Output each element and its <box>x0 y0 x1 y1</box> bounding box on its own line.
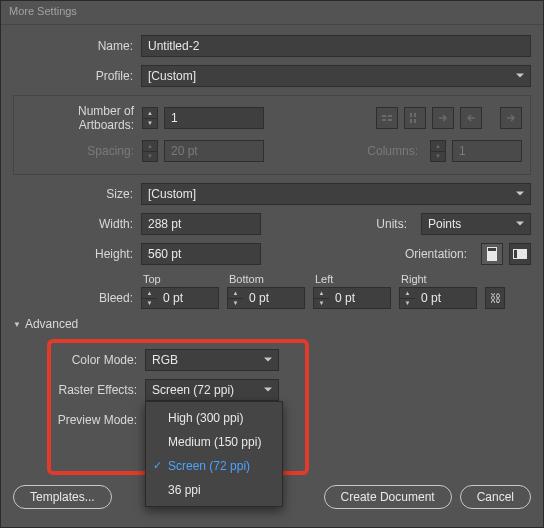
bleed-top-input[interactable] <box>157 287 219 309</box>
raster-option-screen[interactable]: Screen (72 ppi) <box>146 454 282 478</box>
bleed-left-label: Left <box>313 273 393 285</box>
window-title: More Settings <box>9 5 77 17</box>
raster-effects-select[interactable]: Screen (72 ppi) <box>145 379 279 401</box>
grid-by-row-icon <box>376 107 398 129</box>
bleed-top-stepper[interactable]: ▲▼ <box>141 287 157 309</box>
artboards-count-stepper[interactable]: ▲▼ <box>142 107 158 129</box>
preview-mode-label: Preview Mode: <box>51 413 145 427</box>
width-input[interactable] <box>141 213 261 235</box>
bleed-left-input[interactable] <box>329 287 391 309</box>
bleed-bottom-label: Bottom <box>227 273 307 285</box>
name-input[interactable] <box>141 35 531 57</box>
artboards-count-label: Number of Artboards: <box>22 104 142 132</box>
orientation-landscape-button[interactable] <box>509 243 531 265</box>
raster-option-medium[interactable]: Medium (150 ppi) <box>146 430 282 454</box>
portrait-icon <box>487 247 497 261</box>
name-label: Name: <box>13 39 141 53</box>
height-input[interactable] <box>141 243 261 265</box>
height-label: Height: <box>13 247 141 261</box>
units-select[interactable]: Points <box>421 213 531 235</box>
spacing-input <box>164 140 264 162</box>
size-label: Size: <box>13 187 141 201</box>
width-label: Width: <box>13 217 141 231</box>
columns-input <box>452 140 522 162</box>
bleed-bottom-stepper[interactable]: ▲▼ <box>227 287 243 309</box>
raster-option-high[interactable]: High (300 ppi) <box>146 406 282 430</box>
bleed-left-stepper[interactable]: ▲▼ <box>313 287 329 309</box>
advanced-section-toggle[interactable]: Advanced <box>13 317 531 331</box>
bleed-right-input[interactable] <box>415 287 477 309</box>
arrange-right2-icon <box>500 107 522 129</box>
grid-by-col-icon <box>404 107 426 129</box>
columns-stepper: ▲▼ <box>430 140 446 162</box>
columns-label: Columns: <box>367 144 424 158</box>
orientation-label: Orientation: <box>405 247 475 261</box>
profile-select[interactable]: [Custom] <box>141 65 531 87</box>
profile-label: Profile: <box>13 69 141 83</box>
raster-option-36[interactable]: 36 ppi <box>146 478 282 502</box>
spacing-label: Spacing: <box>22 144 142 158</box>
color-mode-select[interactable]: RGB <box>145 349 279 371</box>
create-document-button[interactable]: Create Document <box>324 485 452 509</box>
arrange-left-icon <box>460 107 482 129</box>
bleed-bottom-input[interactable] <box>243 287 305 309</box>
orientation-portrait-button[interactable] <box>481 243 503 265</box>
templates-button[interactable]: Templates... <box>13 485 112 509</box>
color-mode-label: Color Mode: <box>51 353 145 367</box>
bleed-link-icon[interactable]: ⛓ <box>485 287 505 309</box>
more-settings-dialog: More Settings Name: Profile: [Custom] Nu… <box>0 0 544 528</box>
artboards-count-input[interactable] <box>164 107 264 129</box>
highlight-annotation: Color Mode: RGB Raster Effects: Screen (… <box>47 339 309 475</box>
bleed-label: Bleed: <box>13 291 141 309</box>
bleed-top-label: Top <box>141 273 221 285</box>
units-label: Units: <box>376 217 415 231</box>
artboards-panel: Number of Artboards: ▲▼ Spacing: ▲▼ <box>13 95 531 175</box>
arrange-right-icon <box>432 107 454 129</box>
bleed-right-label: Right <box>399 273 479 285</box>
raster-effects-label: Raster Effects: <box>51 383 145 397</box>
bleed-right-stepper[interactable]: ▲▼ <box>399 287 415 309</box>
raster-effects-dropdown: High (300 ppi) Medium (150 ppi) Screen (… <box>145 401 283 507</box>
landscape-icon <box>513 249 527 259</box>
titlebar: More Settings <box>1 1 543 25</box>
cancel-button[interactable]: Cancel <box>460 485 531 509</box>
spacing-stepper: ▲▼ <box>142 140 158 162</box>
size-select[interactable]: [Custom] <box>141 183 531 205</box>
